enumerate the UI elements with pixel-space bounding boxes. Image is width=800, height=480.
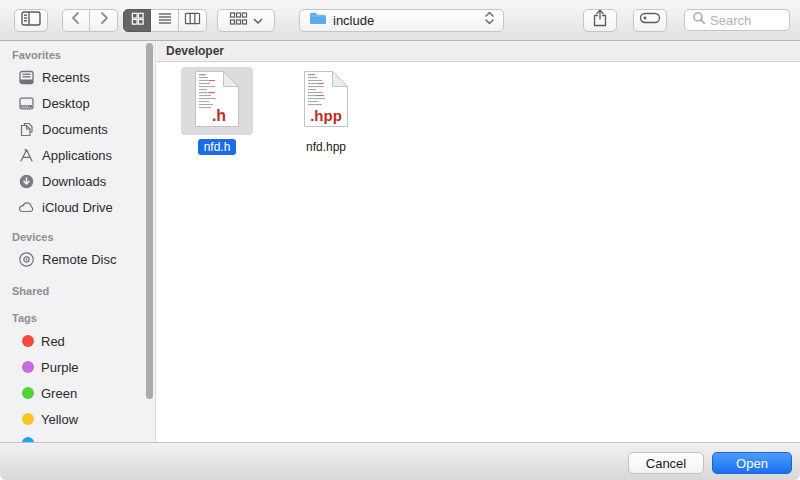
sidebar-item-tag-purple[interactable]: Purple <box>0 354 155 380</box>
section-title-shared: Shared <box>0 285 155 297</box>
icon-view-icon <box>130 11 145 30</box>
stepper-chevrons-icon <box>485 11 494 29</box>
column-view-icon <box>184 11 201 30</box>
sidebar-item-tag-red[interactable]: Red <box>0 328 155 354</box>
sidebar-item-tag-yellow[interactable]: Yellow <box>0 406 155 432</box>
file-item-nfd-hpp[interactable]: .hpp nfd.hpp <box>283 67 369 155</box>
applications-icon <box>18 147 35 164</box>
share-button[interactable] <box>583 9 617 32</box>
sidebar-item-label: Remote Disc <box>42 252 116 267</box>
cloud-icon <box>18 199 35 216</box>
sidebar-item-label: Red <box>41 334 65 349</box>
file-item-nfd-h[interactable]: .h nfd.h <box>174 67 260 155</box>
cancel-button[interactable]: Cancel <box>628 452 704 474</box>
column-view-button[interactable] <box>179 9 207 32</box>
open-button[interactable]: Open <box>712 452 792 474</box>
sidebar-item-remote-disc[interactable]: Remote Disc <box>0 246 155 272</box>
sidebar-item-desktop[interactable]: Desktop <box>0 90 155 116</box>
sidebar-item-applications[interactable]: Applications <box>0 142 155 168</box>
downloads-icon <box>18 173 35 190</box>
search-icon <box>692 11 706 29</box>
document-icon: .hpp <box>303 70 349 132</box>
chevron-down-icon <box>253 11 263 29</box>
sidebar-item-recents[interactable]: Recents <box>0 64 155 90</box>
sidebar-item-label: Documents <box>42 122 108 137</box>
group-header: Developer <box>157 41 800 62</box>
sidebar-item-label: Desktop <box>42 96 90 111</box>
documents-icon <box>18 121 35 138</box>
list-view-button[interactable] <box>151 9 179 32</box>
purple-tag-dot-icon <box>22 361 34 373</box>
sidebar-item-icloud-drive[interactable]: iCloud Drive <box>0 194 155 220</box>
share-icon <box>592 9 608 31</box>
open-file-dialog: include <box>0 0 800 480</box>
sidebar-item-label: Downloads <box>42 174 106 189</box>
section-title-tags: Tags <box>0 312 155 324</box>
back-button[interactable] <box>62 9 90 32</box>
green-tag-dot-icon <box>22 387 34 399</box>
file-browser: Developer <box>157 41 800 442</box>
sidebar: Favorites Recents <box>0 41 156 442</box>
search-input[interactable] <box>710 13 782 28</box>
sidebar-toggle-button[interactable] <box>14 9 48 32</box>
forward-button[interactable] <box>90 9 118 32</box>
tags-button[interactable] <box>633 9 667 32</box>
section-title-favorites: Favorites <box>0 49 155 61</box>
file-name[interactable]: nfd.h <box>198 139 237 155</box>
arrange-dropdown-button[interactable] <box>217 9 275 32</box>
icon-view-button[interactable] <box>123 9 151 32</box>
section-title-devices: Devices <box>0 231 155 243</box>
sidebar-item-label: Recents <box>42 70 90 85</box>
view-mode-switcher <box>123 9 207 32</box>
recents-icon <box>18 69 35 86</box>
location-dropdown[interactable]: include <box>299 9 504 32</box>
toolbar: include <box>0 0 800 41</box>
disc-icon <box>18 251 35 268</box>
sidebar-scrollbar[interactable] <box>146 43 153 399</box>
location-value: include <box>333 13 479 28</box>
group-items-icon <box>229 11 248 30</box>
sidebar-item-tag-green[interactable]: Green <box>0 380 155 406</box>
sidebar-item-downloads[interactable]: Downloads <box>0 168 155 194</box>
sidebar-item-label: Applications <box>42 148 112 163</box>
sidebar-toggle-icon <box>21 11 41 30</box>
search-field[interactable] <box>684 9 790 31</box>
sidebar-item-label: Purple <box>41 360 79 375</box>
svg-text:.h: .h <box>212 107 226 124</box>
document-icon: .h <box>194 70 240 132</box>
dialog-footer: Cancel Open <box>0 442 800 480</box>
tag-icon <box>639 11 661 29</box>
desktop-icon <box>18 95 35 112</box>
yellow-tag-dot-icon <box>22 413 34 425</box>
sidebar-item-label: Green <box>41 386 77 401</box>
chevron-right-icon <box>98 11 110 29</box>
svg-text:.hpp: .hpp <box>310 107 342 124</box>
sidebar-item-documents[interactable]: Documents <box>0 116 155 142</box>
file-name[interactable]: nfd.hpp <box>300 139 352 155</box>
folder-icon <box>309 11 327 29</box>
file-icon-box[interactable]: .h <box>181 67 253 135</box>
red-tag-dot-icon <box>22 335 34 347</box>
chevron-left-icon <box>70 11 82 29</box>
sidebar-item-label: Yellow <box>41 412 78 427</box>
file-icon-box[interactable]: .hpp <box>290 67 362 135</box>
list-view-icon <box>157 11 173 30</box>
sidebar-item-label: iCloud Drive <box>42 200 113 215</box>
history-nav <box>62 9 118 32</box>
